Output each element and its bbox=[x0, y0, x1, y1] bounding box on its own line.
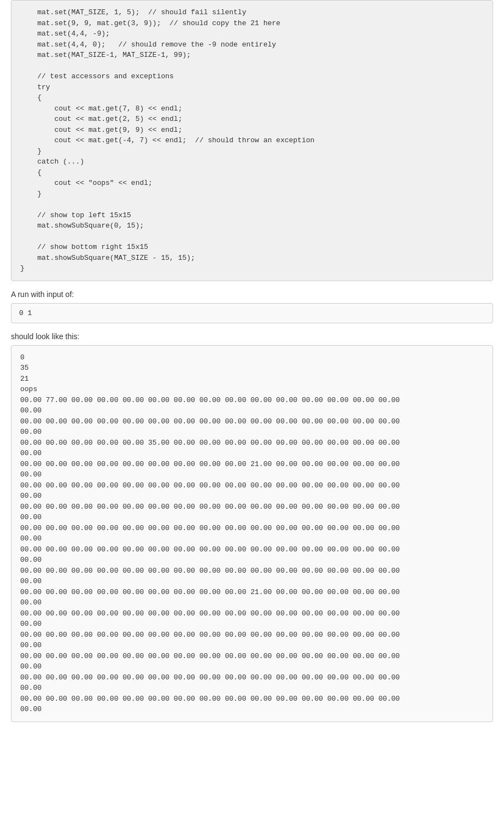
output-label: should look like this: bbox=[11, 332, 493, 341]
code-block: mat.set(MAT_SIZE, 1, 5); // should fail … bbox=[11, 0, 493, 281]
output-block: 0 35 21 oops 00.00 77.00 00.00 00.00 00.… bbox=[11, 345, 493, 722]
run-label: A run with input of: bbox=[11, 290, 493, 299]
input-block: 0 1 bbox=[11, 303, 493, 323]
